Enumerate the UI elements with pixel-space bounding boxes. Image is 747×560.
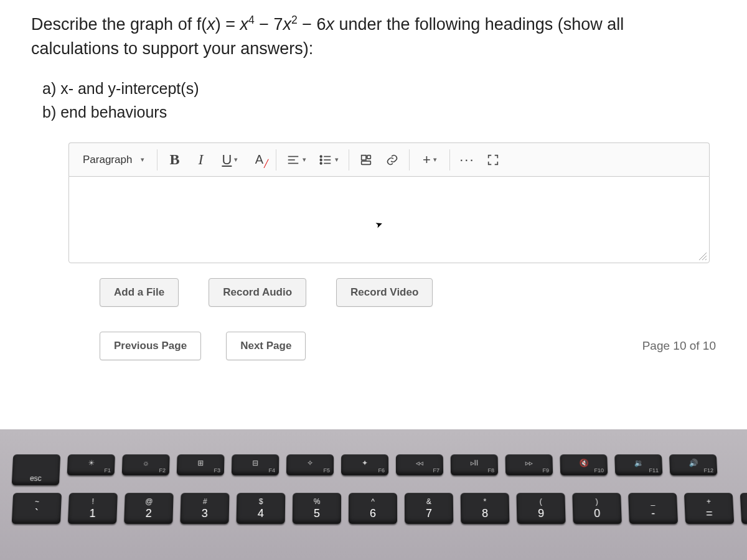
key-f12: 🔊F12: [669, 454, 717, 475]
key-esc: esc: [12, 454, 60, 485]
key-symbol: 1: [89, 507, 96, 520]
key-shift-symbol: $: [259, 497, 263, 506]
key-f3: ⊞F3: [177, 454, 225, 475]
key-symbol: `: [34, 507, 39, 520]
chevron-down-icon: ▾: [303, 156, 306, 164]
key-6: ^6: [349, 493, 397, 524]
svg-rect-10: [367, 155, 371, 159]
chevron-down-icon: ▾: [234, 156, 238, 164]
key-f5: ✧F5: [286, 454, 334, 475]
key-=: +=: [684, 493, 734, 524]
question-part-a: a) x- and y-intercept(s): [42, 77, 722, 101]
page-indicator: Page 10 of 10: [642, 339, 716, 353]
key-label: F6: [378, 467, 385, 474]
key-symbol: 2: [145, 507, 152, 520]
key-label: F11: [649, 467, 659, 474]
attachment-row: Add a File Record Audio Record Video: [100, 278, 722, 307]
key-3: #3: [180, 493, 229, 524]
key-f2: ☼F2: [122, 454, 170, 475]
key-label: F12: [703, 467, 713, 474]
key-f4: ⊟F4: [232, 454, 280, 475]
list-button[interactable]: ▾: [312, 147, 345, 172]
underline-button[interactable]: U ▾: [214, 147, 246, 172]
paragraph-style-select[interactable]: Paragraph ▾: [74, 143, 153, 176]
key-icon: 🔊: [688, 459, 698, 467]
resize-handle[interactable]: [698, 251, 708, 261]
key-f11: 🔉F11: [614, 454, 662, 475]
key-7: &7: [405, 493, 453, 524]
function-key-row: esc☀F1☼F2⊞F3⊟F4✧F5✦F6◃◃F7▹IIF8▹▹F9🔇F10🔉F…: [12, 454, 736, 485]
key-symbol: 5: [314, 507, 320, 520]
key-icon: ▹▹: [525, 459, 533, 467]
key-label: F2: [159, 467, 166, 474]
plus-label: +: [423, 152, 431, 168]
key-symbol: 9: [538, 507, 545, 520]
key-icon: ◃◃: [416, 459, 423, 467]
next-page-button[interactable]: Next Page: [226, 332, 306, 360]
italic-button[interactable]: I: [187, 147, 214, 172]
key-shift-symbol: (: [540, 497, 542, 506]
svg-point-4: [321, 159, 322, 161]
key-icon: ▹II: [470, 459, 478, 467]
link-icon: [385, 153, 399, 167]
fullscreen-icon: [486, 153, 500, 167]
chevron-down-icon: ▾: [433, 156, 437, 164]
key-f6: ✦F6: [341, 454, 388, 475]
key-label: F7: [433, 467, 439, 474]
key-symbol: 6: [370, 507, 376, 520]
fullscreen-button[interactable]: [480, 147, 506, 172]
insert-link-button[interactable]: [379, 147, 405, 172]
svg-rect-11: [362, 161, 371, 165]
align-button[interactable]: ▾: [280, 147, 312, 172]
paragraph-style-label: Paragraph: [83, 154, 132, 166]
key-label: F1: [104, 467, 111, 474]
key-icon: ☀: [88, 459, 95, 467]
separator: [157, 149, 157, 170]
key-shift-symbol: !: [92, 497, 95, 506]
key-shift-symbol: *: [483, 497, 486, 506]
separator: [276, 149, 276, 170]
add-file-button[interactable]: Add a File: [100, 278, 179, 307]
key-shift-symbol: &: [426, 497, 431, 506]
previous-page-button[interactable]: Previous Page: [100, 332, 201, 360]
record-video-button[interactable]: Record Video: [336, 278, 433, 307]
mouse-cursor: ➤: [374, 218, 385, 230]
editor-textarea[interactable]: ➤: [68, 176, 710, 263]
key--: _-: [628, 493, 678, 524]
navigation-row: Previous Page Next Page Page 10 of 10: [100, 332, 722, 360]
record-audio-button[interactable]: Record Audio: [209, 278, 306, 307]
key-shift-symbol: ): [595, 497, 598, 506]
key-label: F4: [268, 467, 275, 474]
question-line-1: Describe the graph of f(x) = x4 − 7x2 − …: [31, 15, 624, 34]
key-label: F3: [214, 467, 220, 474]
key-f10: 🔇F10: [560, 454, 608, 475]
key-shift-symbol: #: [203, 497, 207, 506]
svg-point-5: [321, 162, 322, 164]
bullet-list-icon: [319, 153, 332, 167]
key-label: F10: [594, 467, 604, 474]
editor-toolbar: Paragraph ▾ B I U ▾ A╱ ▾ ▾: [68, 142, 710, 176]
chevron-down-icon: ▾: [335, 156, 339, 164]
insert-media-button[interactable]: [353, 147, 379, 172]
question-part-b: b) end behaviours: [42, 101, 722, 124]
more-button[interactable]: ···: [454, 147, 480, 172]
separator: [449, 149, 450, 170]
insert-plus-button[interactable]: + ▾: [413, 147, 446, 172]
key-shift-symbol: ~: [35, 497, 40, 506]
key-8: *8: [461, 493, 510, 524]
screen-glare: [654, 355, 747, 429]
key-9: (9: [517, 493, 566, 524]
key-delete: delete: [740, 493, 747, 524]
key-icon: ⊞: [197, 459, 204, 467]
bold-button[interactable]: B: [161, 147, 187, 172]
key-label: F9: [542, 467, 549, 474]
key-icon: ☼: [143, 459, 149, 467]
key-shift-symbol: ^: [371, 497, 375, 506]
key-1: !1: [68, 493, 118, 524]
text-color-button[interactable]: A╱: [246, 147, 272, 172]
key-icon: 🔇: [579, 459, 588, 467]
separator: [349, 149, 349, 170]
key-label: F5: [323, 467, 330, 474]
key-0: )0: [572, 493, 622, 524]
key-f8: ▹IIF8: [451, 454, 498, 475]
